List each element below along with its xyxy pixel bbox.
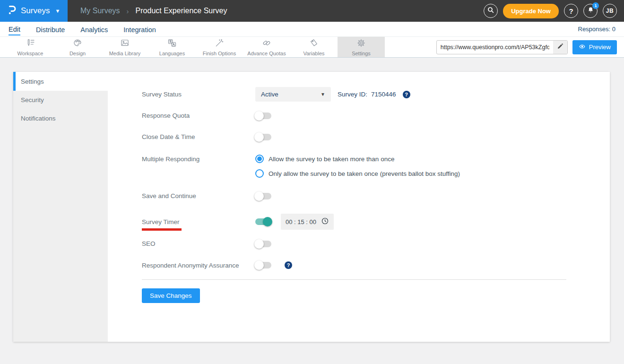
user-avatar[interactable]: JB bbox=[603, 4, 617, 18]
toolbar-item-design[interactable]: Design bbox=[54, 37, 101, 57]
form-divider bbox=[142, 279, 566, 280]
product-switcher[interactable]: Surveys ▼ bbox=[0, 0, 68, 22]
multiple-responding-label: Multiple Responding bbox=[142, 155, 255, 163]
save-continue-label: Save and Continue bbox=[142, 192, 255, 199]
toolbar-item-variables[interactable]: Variables bbox=[290, 37, 338, 57]
survey-timer-value: 00 : 15 : 00 bbox=[286, 218, 316, 225]
multiple-responding-row: Multiple Responding Allow the survey to … bbox=[142, 155, 566, 178]
survey-tab-bar: Edit Distribute Analytics Integration Re… bbox=[0, 22, 624, 37]
page-body: Settings Security Notifications Survey S… bbox=[0, 58, 624, 364]
edit-url-button[interactable] bbox=[553, 41, 567, 54]
product-name: Surveys bbox=[21, 6, 50, 16]
survey-status-value: Active bbox=[261, 91, 278, 98]
save-continue-toggle[interactable] bbox=[255, 193, 271, 199]
preview-button[interactable]: Preview bbox=[572, 40, 617, 54]
notifications-button[interactable]: 1 bbox=[583, 4, 598, 18]
settings-gear-icon bbox=[356, 38, 366, 50]
responses-count: Responses: 0 bbox=[578, 26, 616, 33]
response-quota-row: Response Quota bbox=[142, 112, 566, 119]
top-header: Surveys ▼ My Surveys › Product Experienc… bbox=[0, 0, 624, 22]
notification-count-badge: 1 bbox=[592, 2, 599, 9]
tab-edit[interactable]: Edit bbox=[9, 23, 20, 35]
breadcrumb-current-survey: Product Experience Survey bbox=[136, 7, 227, 15]
settings-side-nav: Settings Security Notifications bbox=[13, 72, 108, 342]
close-date-row: Close Date & Time bbox=[142, 133, 566, 140]
survey-timer-label-col: Survey Timer bbox=[142, 218, 255, 225]
settings-card: Settings Security Notifications Survey S… bbox=[13, 72, 610, 342]
multiple-responding-options: Allow the survey to be taken more than o… bbox=[255, 155, 460, 178]
save-continue-row: Save and Continue bbox=[142, 192, 566, 199]
close-date-toggle[interactable] bbox=[255, 134, 271, 140]
breadcrumb: My Surveys › Product Experience Survey bbox=[80, 7, 227, 15]
survey-status-select[interactable]: Active ▼ bbox=[255, 87, 331, 102]
sidebar-item-notifications[interactable]: Notifications bbox=[13, 109, 108, 128]
clock-icon bbox=[321, 217, 329, 227]
toolbar-right-group: Preview bbox=[436, 37, 624, 57]
survey-timer-label: Survey Timer bbox=[142, 218, 180, 225]
radio-allow-once[interactable]: Only allow the survey to be taken once (… bbox=[255, 169, 460, 178]
survey-id-value: 7150446 bbox=[371, 91, 396, 98]
eye-icon bbox=[579, 43, 586, 51]
anonymity-row: Respondent Anonymity Assurance ? bbox=[142, 261, 566, 269]
search-icon bbox=[487, 6, 494, 16]
radio-allow-multiple[interactable]: Allow the survey to be taken more than o… bbox=[255, 155, 460, 163]
survey-url-input[interactable] bbox=[437, 44, 553, 51]
advance-quotas-link-icon bbox=[261, 38, 272, 50]
toolbar-item-workspace[interactable]: Workspace bbox=[7, 37, 54, 57]
breadcrumb-separator: › bbox=[127, 7, 129, 15]
survey-timer-red-underline bbox=[142, 228, 182, 231]
toolbar-item-advance-quotas[interactable]: Advance Quotas bbox=[243, 37, 290, 57]
upgrade-now-button[interactable]: Upgrade Now bbox=[503, 4, 559, 18]
tab-integration[interactable]: Integration bbox=[123, 24, 156, 35]
sidebar-item-security[interactable]: Security bbox=[13, 91, 108, 109]
response-quota-toggle[interactable] bbox=[255, 113, 271, 119]
pencil-icon bbox=[557, 43, 563, 52]
help-button[interactable]: ? bbox=[564, 4, 578, 18]
chevron-down-icon: ▼ bbox=[321, 92, 325, 97]
survey-timer-value-field[interactable]: 00 : 15 : 00 bbox=[281, 214, 334, 230]
radio-button-unselected bbox=[255, 169, 264, 178]
toolbar-item-settings[interactable]: Settings bbox=[338, 37, 385, 57]
tab-distribute[interactable]: Distribute bbox=[36, 24, 65, 35]
avatar-initials: JB bbox=[606, 8, 614, 14]
workspace-icon bbox=[25, 38, 35, 50]
settings-form: Survey Status Active ▼ Survey ID: 715044… bbox=[108, 72, 610, 342]
question-mark-icon: ? bbox=[569, 7, 573, 15]
finish-options-wand-icon bbox=[214, 38, 225, 50]
survey-id-label: Survey ID: bbox=[338, 91, 367, 98]
anonymity-help-icon[interactable]: ? bbox=[285, 261, 292, 269]
seo-row: SEO bbox=[142, 240, 566, 247]
search-button[interactable] bbox=[484, 4, 498, 18]
anonymity-toggle[interactable] bbox=[255, 262, 271, 269]
save-changes-button[interactable]: Save Changes bbox=[142, 288, 200, 303]
survey-timer-row: Survey Timer 00 : 15 : 00 bbox=[142, 214, 566, 230]
close-date-label: Close Date & Time bbox=[142, 133, 255, 140]
questionpro-p-logo-icon bbox=[7, 4, 17, 17]
languages-icon bbox=[167, 38, 177, 50]
chevron-down-icon: ▼ bbox=[55, 8, 60, 14]
survey-status-row: Survey Status Active ▼ Survey ID: 715044… bbox=[142, 87, 566, 102]
survey-status-label: Survey Status bbox=[142, 91, 255, 98]
tab-analytics[interactable]: Analytics bbox=[80, 24, 108, 35]
response-quota-label: Response Quota bbox=[142, 112, 255, 119]
anonymity-label: Respondent Anonymity Assurance bbox=[142, 262, 255, 269]
toolbar-item-finish-options[interactable]: Finish Options bbox=[196, 37, 243, 57]
sidebar-item-settings[interactable]: Settings bbox=[13, 72, 108, 91]
breadcrumb-my-surveys[interactable]: My Surveys bbox=[80, 7, 120, 15]
survey-url-group bbox=[436, 40, 568, 54]
seo-label: SEO bbox=[142, 240, 255, 247]
toolbar-item-languages[interactable]: Languages bbox=[148, 37, 196, 57]
variables-tag-icon bbox=[309, 38, 319, 50]
design-palette-icon bbox=[72, 38, 83, 50]
toolbar-item-media-library[interactable]: Media Library bbox=[101, 37, 148, 57]
seo-toggle[interactable] bbox=[255, 241, 271, 247]
radio-button-selected bbox=[255, 155, 264, 163]
edit-toolbar: Workspace Design Media Library bbox=[0, 37, 624, 58]
header-actions: Upgrade Now ? 1 JB bbox=[484, 4, 624, 18]
survey-timer-toggle[interactable] bbox=[255, 218, 271, 225]
survey-id-help-icon[interactable]: ? bbox=[403, 91, 410, 98]
media-library-icon bbox=[120, 38, 130, 50]
